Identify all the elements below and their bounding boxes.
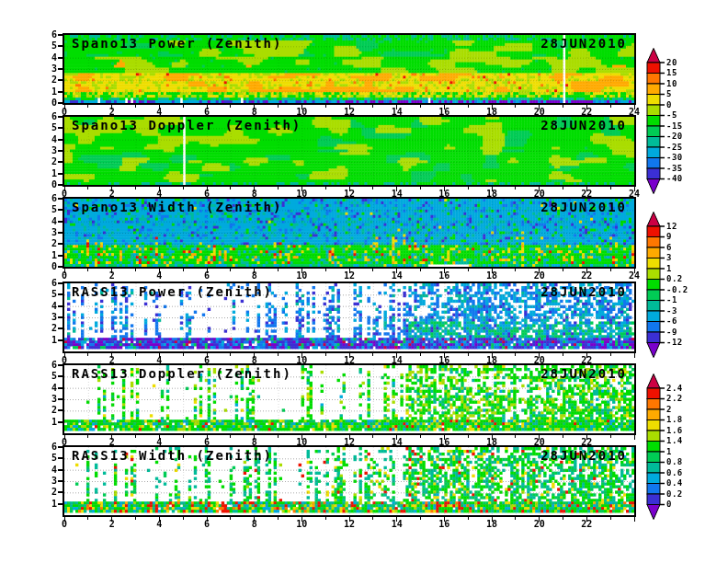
x-tick-mark — [563, 269, 563, 271]
x-tick-label: 12 — [337, 107, 361, 117]
y-tick-mark — [58, 91, 63, 93]
panel-date: 28JUN2010 — [540, 284, 627, 299]
y-tick-label: 5 — [42, 371, 57, 381]
y-tick-mark — [58, 364, 63, 366]
panel-date: 28JUN2010 — [540, 366, 627, 381]
x-tick-mark — [515, 435, 516, 438]
y-tick-label: 4 — [42, 216, 57, 226]
y-tick-mark — [58, 79, 63, 81]
x-tick-mark — [515, 353, 516, 356]
profiler-quicklook-page: Spano13 Power (Zenith) 28JUN2010 Spano13… — [0, 0, 728, 563]
y-tick-mark — [58, 198, 63, 200]
colorbar-tick-label: 15 — [666, 68, 677, 78]
x-tick-mark — [135, 187, 136, 190]
x-tick-label: 14 — [385, 270, 409, 281]
x-tick-label: 12 — [337, 519, 361, 529]
colorbar-tick-label: 0 — [666, 100, 672, 110]
colorbar-tick-label: 3 — [666, 253, 672, 263]
x-tick-label: 10 — [290, 519, 313, 529]
panel-title: Spano13 Power (Zenith) — [72, 36, 282, 51]
colorbar-tick-label: -3 — [666, 306, 677, 316]
y-tick-mark — [58, 161, 63, 163]
panel-spano13-width: Spano13 Width (Zenith) 28JUN2010 — [63, 197, 636, 269]
x-tick-label: 8 — [243, 189, 267, 199]
colorbar-tick-label: 20 — [666, 58, 677, 68]
y-tick-label: 6 — [42, 111, 57, 121]
x-tick-label: 12 — [337, 270, 361, 281]
x-tick-label: 8 — [243, 519, 267, 529]
x-tick-mark — [135, 435, 136, 438]
colorbar-tick-label: 0.4 — [666, 478, 683, 488]
colorbar-tick-label: -30 — [666, 153, 683, 163]
x-tick-label: 20 — [528, 519, 552, 529]
x-tick-label: 4 — [147, 107, 171, 117]
x-tick-label: 20 — [528, 355, 552, 365]
y-tick-mark — [58, 68, 63, 70]
y-tick-mark — [58, 409, 63, 411]
y-tick-mark — [58, 34, 63, 36]
y-tick-mark — [58, 339, 63, 341]
x-tick-label: 14 — [385, 355, 409, 365]
x-tick-mark — [278, 269, 279, 271]
x-tick-mark — [135, 517, 136, 520]
x-tick-label: 6 — [195, 519, 219, 529]
x-tick-label: 6 — [195, 107, 219, 117]
panel-date: 28JUN2010 — [540, 448, 627, 463]
x-tick-mark — [183, 187, 184, 190]
y-tick-mark — [58, 221, 63, 223]
x-tick-label: 0 — [52, 519, 76, 529]
colorbar-tick-label: -12 — [666, 338, 683, 348]
x-tick-label: 10 — [290, 437, 313, 447]
x-tick-mark — [87, 105, 88, 108]
x-tick-mark — [468, 353, 469, 356]
x-tick-mark — [135, 105, 136, 108]
x-tick-mark — [634, 353, 635, 358]
y-tick-label: 5 — [42, 122, 57, 132]
x-tick-mark — [87, 517, 88, 520]
x-tick-mark — [515, 269, 516, 271]
x-tick-label: 22 — [574, 107, 598, 117]
y-tick-label: 5 — [42, 40, 57, 51]
x-tick-mark — [325, 105, 326, 108]
panel-title: Spano13 Width (Zenith) — [72, 200, 282, 214]
y-tick-label: 3 — [42, 476, 57, 486]
y-tick-label: 2 — [42, 405, 57, 415]
y-tick-label: 6 — [42, 29, 57, 40]
x-tick-mark — [515, 187, 516, 190]
y-tick-label: 6 — [42, 442, 57, 452]
x-tick-label: 18 — [480, 270, 504, 281]
colorbar-tick-label: 5 — [666, 89, 672, 99]
x-tick-label: 10 — [290, 107, 313, 117]
x-tick-mark — [230, 269, 231, 271]
x-tick-label: 24 — [622, 270, 646, 281]
x-tick-label: 2 — [100, 107, 124, 117]
y-tick-mark — [58, 266, 63, 268]
y-tick-label: 1 — [42, 168, 57, 178]
x-tick-mark — [230, 517, 231, 520]
x-tick-label: 6 — [195, 437, 219, 447]
y-tick-label: 6 — [42, 360, 57, 370]
x-tick-label: 2 — [100, 189, 124, 199]
x-tick-label: 12 — [337, 189, 361, 199]
colorbar-tick-label: -20 — [666, 132, 683, 142]
x-tick-mark — [610, 105, 611, 108]
x-tick-mark — [372, 517, 373, 520]
y-tick-mark — [58, 243, 63, 245]
y-tick-mark — [58, 150, 63, 152]
colorbar-tick-label: -35 — [666, 164, 683, 174]
panel-title: RASS13 Doppler (Zenith) — [72, 366, 292, 381]
x-tick-mark — [420, 353, 421, 356]
colorbar-tick-label: 0.8 — [666, 457, 683, 467]
x-tick-mark — [372, 105, 373, 108]
y-tick-mark — [58, 232, 63, 234]
x-tick-mark — [515, 517, 516, 520]
y-tick-mark — [58, 491, 63, 493]
x-tick-mark — [468, 187, 469, 190]
y-tick-label: 6 — [42, 278, 57, 288]
y-tick-label: 4 — [42, 465, 57, 475]
y-tick-label: 2 — [42, 156, 57, 167]
colorbar-tick-label: -15 — [666, 121, 683, 132]
x-tick-mark — [610, 269, 611, 271]
y-tick-mark — [58, 57, 63, 59]
x-tick-label: 16 — [432, 189, 456, 199]
